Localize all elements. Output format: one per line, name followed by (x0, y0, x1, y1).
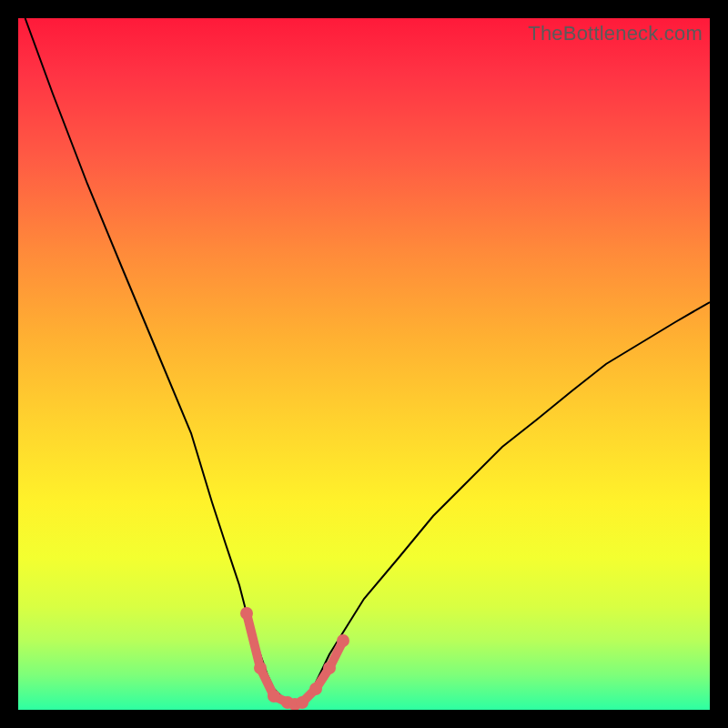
svg-point-5 (296, 696, 308, 709)
svg-point-7 (323, 662, 336, 674)
svg-point-0 (240, 607, 253, 620)
svg-point-8 (337, 634, 349, 647)
svg-point-2 (268, 690, 280, 703)
chart-frame: TheBottleneck.com (0, 0, 728, 728)
svg-point-1 (254, 662, 267, 674)
plot-area: TheBottleneck.com (18, 18, 710, 710)
optimal-zone-path (247, 613, 343, 704)
bottleneck-curve-path (25, 18, 710, 704)
svg-point-6 (309, 682, 322, 695)
chart-svg (18, 18, 710, 710)
